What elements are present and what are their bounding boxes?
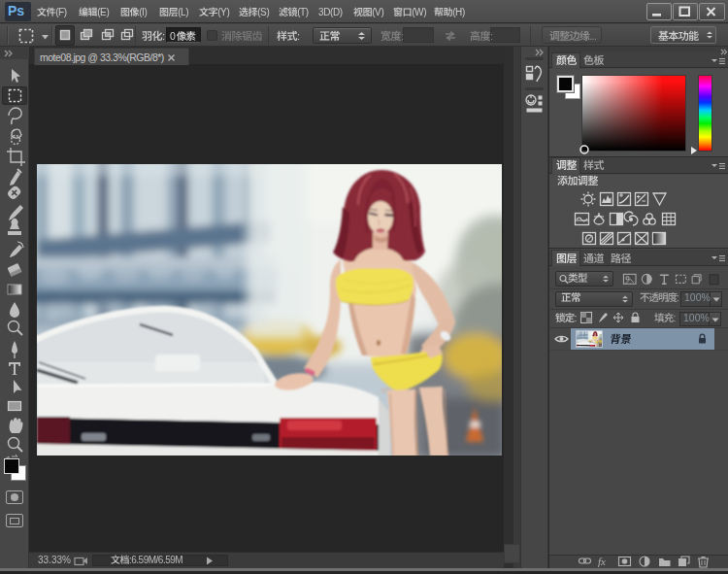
svg-text:fx: fx	[598, 556, 606, 567]
